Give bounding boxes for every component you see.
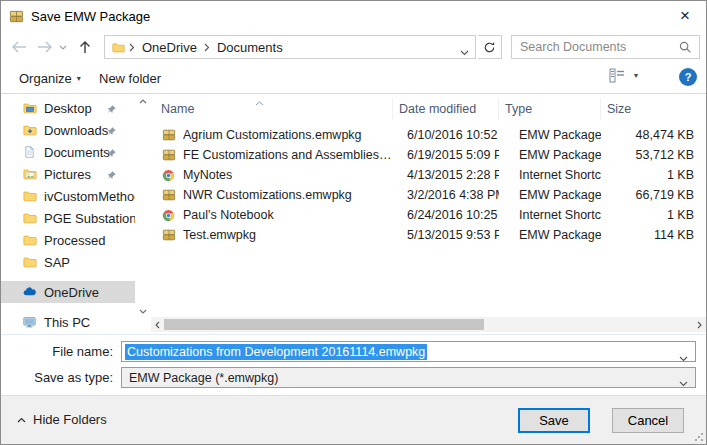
- new-folder-label: New folder: [99, 71, 161, 86]
- hide-folders-button[interactable]: Hide Folders: [17, 412, 107, 427]
- close-button[interactable]: ×: [664, 1, 706, 30]
- folder-icon: [22, 233, 37, 248]
- pin-icon: [104, 168, 119, 183]
- sidebar-item-label: This PC: [44, 315, 90, 330]
- file-size: 114 KB: [601, 228, 706, 242]
- file-name: Test.emwpkg: [183, 228, 256, 242]
- sidebar-scrollbar[interactable]: [136, 94, 149, 334]
- file-row[interactable]: Test.emwpkg5/13/2015 9:53 PMEMW Package1…: [151, 225, 706, 245]
- chevron-down-icon[interactable]: [679, 376, 688, 390]
- chevron-down-icon: ▾: [634, 71, 638, 80]
- column-header-type[interactable]: Type: [499, 98, 601, 120]
- file-type: Internet Shortcut: [499, 168, 601, 182]
- sidebar-item-pictures[interactable]: Pictures: [1, 163, 135, 185]
- scroll-left-icon[interactable]: [151, 317, 164, 332]
- horizontal-scrollbar[interactable]: [151, 317, 706, 332]
- package-icon: [161, 128, 176, 143]
- sidebar-item-label: PGE Substations: [44, 211, 135, 226]
- file-row[interactable]: MyNotes4/13/2015 2:28 PMInternet Shortcu…: [151, 165, 706, 185]
- file-name-label: File name:: [1, 344, 113, 359]
- chevron-down-icon[interactable]: [679, 350, 688, 362]
- file-size: 53,712 KB: [601, 148, 706, 162]
- file-row[interactable]: Agrium Customizations.emwpkg6/10/2016 10…: [151, 125, 706, 145]
- address-dropdown-icon[interactable]: [460, 44, 469, 59]
- sidebar-item-processed[interactable]: Processed: [1, 229, 135, 251]
- shortcut-icon: [161, 208, 176, 223]
- package-icon: [161, 228, 176, 243]
- sidebar-item-sap[interactable]: SAP: [1, 251, 135, 273]
- up-button[interactable]: [73, 35, 97, 59]
- file-size: 1 KB: [601, 168, 706, 182]
- file-size: 1 KB: [601, 208, 706, 222]
- file-name-input[interactable]: Customizations from Development 20161114…: [121, 341, 696, 362]
- sidebar-item-desktop[interactable]: Desktop: [1, 97, 135, 119]
- file-type: EMW Package: [499, 148, 601, 162]
- file-date: 6/19/2015 5:09 PM: [393, 148, 499, 162]
- file-name: Agrium Customizations.emwpkg: [183, 128, 362, 142]
- sidebar-item-this-pc[interactable]: This PC: [1, 311, 135, 333]
- save-button[interactable]: Save: [518, 408, 590, 433]
- sidebar-item-downloads[interactable]: Downloads: [1, 119, 135, 141]
- sidebar-item-documents[interactable]: Documents: [1, 141, 135, 163]
- folder-icon: [22, 255, 37, 270]
- sidebar-item-label: Desktop: [44, 101, 92, 116]
- file-row[interactable]: FE Customizations and Assemblies.emwp...…: [151, 145, 706, 165]
- column-header-size[interactable]: Size: [601, 98, 706, 120]
- hide-folders-label: Hide Folders: [33, 412, 107, 427]
- sidebar-item-label: Pictures: [44, 167, 91, 182]
- sidebar-item-onedrive[interactable]: OneDrive: [1, 281, 135, 303]
- list-view-icon: [609, 68, 626, 83]
- organize-button[interactable]: Organize ▾: [13, 63, 87, 93]
- shortcut-icon: [161, 168, 176, 183]
- save-as-type-select[interactable]: EMW Package (*.emwpkg): [121, 367, 696, 388]
- sidebar-item-label: SAP: [44, 255, 70, 270]
- breadcrumb-documents[interactable]: Documents: [213, 40, 287, 55]
- downloads-folder-icon: [22, 123, 37, 138]
- file-row[interactable]: Paul's Notebook6/24/2016 10:25 PMInterne…: [151, 205, 706, 225]
- file-date: 4/13/2015 2:28 PM: [393, 168, 499, 182]
- file-name-cell: Paul's Notebook: [151, 208, 393, 223]
- pin-icon: [104, 124, 119, 139]
- file-type: EMW Package: [499, 128, 601, 142]
- forward-button[interactable]: [33, 35, 57, 59]
- onedrive-cloud-icon: [22, 285, 37, 300]
- pin-icon: [104, 102, 119, 117]
- file-row[interactable]: NWR Customizations.emwpkg3/2/2016 4:38 P…: [151, 185, 706, 205]
- file-size: 48,474 KB: [601, 128, 706, 142]
- scroll-right-icon[interactable]: [693, 317, 706, 332]
- cancel-button[interactable]: Cancel: [612, 408, 684, 433]
- file-date: 6/24/2016 10:25 PM: [393, 208, 499, 222]
- sidebar-item-label: OneDrive: [44, 285, 99, 300]
- sidebar-item-label: Downloads: [44, 123, 108, 138]
- column-header-name[interactable]: Name: [151, 98, 393, 120]
- folder-icon: [22, 211, 37, 226]
- address-bar[interactable]: OneDrive Documents: [104, 35, 476, 59]
- search-icon: [679, 41, 692, 57]
- help-button[interactable]: ?: [679, 68, 697, 86]
- window-title: Save EMW Package: [31, 9, 150, 24]
- scroll-up-icon[interactable]: [136, 94, 149, 108]
- sidebar-item-label: Processed: [44, 233, 105, 248]
- file-type: EMW Package: [499, 188, 601, 202]
- file-name-cell: Agrium Customizations.emwpkg: [151, 128, 393, 143]
- new-folder-button[interactable]: New folder: [93, 63, 167, 93]
- back-button[interactable]: [7, 35, 31, 59]
- search-input[interactable]: [518, 38, 673, 56]
- resize-grip[interactable]: [694, 432, 704, 442]
- footer-bar: Hide Folders Save Cancel: [1, 395, 706, 444]
- column-header-date-modified[interactable]: Date modified: [393, 98, 499, 120]
- title-bar: Save EMW Package ×: [1, 1, 706, 31]
- sidebar-item-ivcustommethod[interactable]: ivCustomMethod: [1, 185, 135, 207]
- refresh-button[interactable]: [478, 35, 502, 59]
- sidebar-item-pge-substations[interactable]: PGE Substations: [1, 207, 135, 229]
- change-view-button[interactable]: ▾: [609, 68, 638, 83]
- file-date: 3/2/2016 4:38 PM: [393, 188, 499, 202]
- navigation-bar: OneDrive Documents: [1, 31, 706, 63]
- recent-locations-dropdown[interactable]: [55, 35, 71, 59]
- scroll-down-icon[interactable]: [136, 304, 149, 318]
- scrollbar-thumb[interactable]: [164, 319, 484, 330]
- file-name-cell: MyNotes: [151, 168, 393, 183]
- file-name: Paul's Notebook: [183, 208, 274, 222]
- breadcrumb-onedrive[interactable]: OneDrive: [138, 40, 201, 55]
- save-as-type-value: EMW Package (*.emwpkg): [129, 371, 278, 385]
